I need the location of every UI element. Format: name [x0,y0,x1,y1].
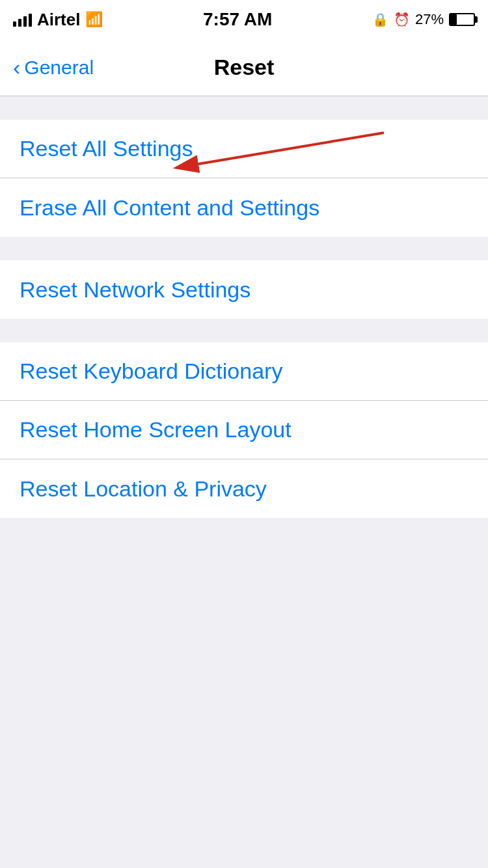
alarm-icon: ⏰ [394,12,410,27]
status-bar: Airtel 📶 7:57 AM 🔒 ⏰ 27% [0,0,488,39]
reset-location-privacy-label: Reset Location & Privacy [20,476,267,502]
section-gap-1 [0,237,488,260]
signal-bars-icon [13,12,32,27]
battery-fill [450,14,457,25]
reset-network-item[interactable]: Reset Network Settings [0,260,488,319]
wifi-icon: 📶 [85,11,103,28]
section-gap-2 [0,319,488,342]
reset-location-privacy-item[interactable]: Reset Location & Privacy [0,459,488,518]
list-section-3: Reset Keyboard Dictionary Reset Home Scr… [0,342,488,518]
battery-icon [449,13,475,26]
reset-keyboard-item[interactable]: Reset Keyboard Dictionary [0,342,488,401]
battery-percent: 27% [415,11,444,28]
status-left: Airtel 📶 [13,10,103,30]
back-label: General [24,57,94,79]
reset-keyboard-label: Reset Keyboard Dictionary [20,359,282,384]
time-display: 7:57 AM [203,9,272,30]
carrier-label: Airtel [37,10,80,30]
erase-all-content-item[interactable]: Erase All Content and Settings [0,178,488,237]
chevron-left-icon: ‹ [13,56,20,78]
bottom-area [0,518,488,804]
reset-home-screen-item[interactable]: Reset Home Screen Layout [0,401,488,459]
nav-bar: ‹ General Reset [0,39,488,96]
list-section-1: Reset All Settings Erase All Content and… [0,120,488,237]
reset-all-settings-label: Reset All Settings [20,136,193,161]
status-right: 🔒 ⏰ 27% [372,11,475,28]
lock-icon: 🔒 [372,12,388,27]
content-area: Reset All Settings Erase All Content and… [0,96,488,804]
list-section-2: Reset Network Settings [0,260,488,319]
erase-all-content-label: Erase All Content and Settings [20,195,319,221]
reset-network-label: Reset Network Settings [20,277,251,303]
section-1: Reset All Settings Erase All Content and… [0,120,488,237]
reset-all-settings-item[interactable]: Reset All Settings [0,120,488,178]
reset-home-screen-label: Reset Home Screen Layout [20,417,291,442]
section-gap-top [0,96,488,120]
page-title: Reset [214,55,275,80]
back-button[interactable]: ‹ General [13,57,94,79]
